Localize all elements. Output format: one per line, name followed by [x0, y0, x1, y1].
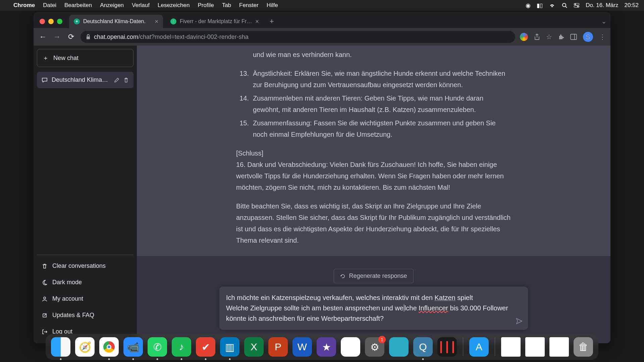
dock-separator — [495, 338, 495, 356]
menu-tab[interactable]: Tab — [222, 2, 231, 9]
dock-trash[interactable]: 🗑 — [574, 337, 593, 357]
svg-rect-6 — [87, 37, 90, 39]
menu-bearbeiten[interactable]: Bearbeiten — [64, 2, 92, 9]
tab-close-icon[interactable]: × — [155, 18, 158, 25]
dock-file-2[interactable] — [525, 337, 545, 357]
regenerate-button[interactable]: Regenerate response — [334, 269, 413, 283]
svg-point-4 — [575, 4, 576, 5]
spotlight-icon[interactable] — [561, 2, 568, 8]
menu-lesezeichen[interactable]: Lesezeichen — [158, 2, 190, 9]
share-icon[interactable] — [534, 34, 540, 40]
send-button[interactable] — [516, 318, 523, 324]
url-host: chat.openai.com — [94, 34, 138, 40]
back-button[interactable]: ← — [38, 33, 48, 41]
new-chat-label: New chat — [53, 55, 78, 62]
chrome-menu-icon[interactable]: ⋮ — [599, 33, 606, 41]
screen-record-icon[interactable]: ◉ — [526, 2, 531, 9]
menu-verlauf[interactable]: Verlauf — [132, 2, 150, 9]
wifi-icon[interactable] — [549, 3, 555, 8]
new-tab-button[interactable]: + — [266, 17, 277, 26]
dock-chrome[interactable] — [99, 337, 119, 357]
menu-datei[interactable]: Datei — [43, 2, 56, 9]
fiverr-favicon-icon: f — [170, 18, 176, 24]
prompt-input[interactable]: Ich möchte ein Katzenspielzeug verkaufen… — [219, 287, 528, 330]
dock-app-cyan[interactable] — [389, 337, 409, 357]
url-path: /chat?model=text-davinci-002-render-sha — [138, 34, 249, 40]
dock-spotify[interactable]: ♪ — [172, 337, 191, 357]
profile-avatar[interactable]: S — [583, 32, 593, 42]
menubar-time[interactable]: 20:52 — [624, 2, 639, 9]
menu-anzeigen[interactable]: Anzeigen — [100, 2, 124, 9]
dock-todoist[interactable]: ✔ — [196, 337, 215, 357]
dock-zoom[interactable]: 📹 — [123, 337, 143, 357]
tabs-dropdown-icon[interactable]: ⌄ — [601, 18, 606, 25]
sidepanel-icon[interactable] — [570, 34, 577, 40]
dock-voice-memos[interactable]: ┃┃┃ — [437, 337, 457, 357]
dock-file-3[interactable] — [549, 337, 569, 357]
svg-point-5 — [577, 6, 579, 7]
dock-settings[interactable]: ⚙1 — [365, 337, 384, 357]
person-icon — [42, 296, 48, 302]
my-account-button[interactable]: My account — [37, 291, 133, 307]
logout-icon — [42, 329, 48, 335]
dark-mode-button[interactable]: Dark mode — [37, 274, 133, 291]
text-caret — [404, 304, 404, 312]
new-chat-button[interactable]: ＋ New chat — [37, 49, 133, 67]
menubar-app-name[interactable]: Chrome — [13, 2, 35, 9]
dock-safari[interactable]: 🧭 — [75, 337, 95, 357]
translate-icon[interactable] — [520, 33, 528, 41]
battery-icon[interactable]: ▮▯ — [537, 2, 543, 9]
closing-paragraph: 16. Dank und Verabschiedung: Vielen Dank… — [236, 159, 511, 193]
note-paragraph: Bitte beachten Sie, dass es wichtig ist,… — [236, 200, 511, 246]
trash-icon[interactable] — [123, 77, 129, 83]
dock-imovie[interactable]: ★ — [317, 337, 336, 357]
address-bar[interactable]: chat.openai.com/chat?model=text-davinci-… — [80, 31, 515, 43]
control-center-icon[interactable] — [574, 3, 580, 8]
moon-icon — [42, 280, 48, 286]
window-minimize-button[interactable] — [48, 19, 54, 24]
updates-faq-button[interactable]: Updates & FAQ — [37, 307, 133, 323]
toolbar: ← → ⟳ chat.openai.com/chat?model=text-da… — [34, 28, 610, 46]
tab-inactive-title: Fiverr - der Marktplatz für Fr… — [180, 18, 252, 24]
extensions-icon[interactable] — [558, 34, 564, 40]
reload-button[interactable]: ⟳ — [66, 33, 76, 41]
menu-fenster[interactable]: Fenster — [239, 2, 259, 9]
tab-close-icon[interactable]: × — [255, 18, 259, 25]
bookmark-icon[interactable]: ☆ — [546, 33, 552, 41]
dock-drive[interactable]: ▲ — [341, 337, 360, 357]
dock-file-1[interactable] — [501, 337, 521, 357]
dock-finder[interactable] — [51, 337, 70, 357]
dock-whatsapp[interactable]: ✆ — [148, 337, 167, 357]
menu-hilfe[interactable]: Hilfe — [267, 2, 278, 9]
dock-powerpoint[interactable]: P — [268, 337, 288, 357]
assistant-message: und wie man es verhindern kann. 13.Ängst… — [137, 46, 610, 256]
conversation-item[interactable]: Deutschland Klima-Da — [37, 72, 133, 88]
list-item: 14.Zusammenleben mit anderen Tieren: Geb… — [236, 93, 511, 115]
lock-icon — [86, 34, 91, 40]
openai-favicon-icon: ✦ — [74, 18, 80, 24]
edit-icon[interactable] — [114, 77, 119, 83]
refresh-icon — [340, 274, 345, 279]
window-maximize-button[interactable] — [57, 19, 62, 24]
list-item: 15.Zusammenfassung: Fassen Sie die wicht… — [236, 117, 511, 140]
trash-icon — [42, 263, 48, 269]
dock-trello[interactable]: ▥ — [220, 337, 239, 357]
tab-active[interactable]: ✦ Deutschland Klima-Daten. × — [69, 15, 163, 28]
menubar-date[interactable]: Do. 16. März — [586, 2, 618, 9]
forward-button[interactable]: → — [52, 33, 62, 41]
chat-icon — [42, 77, 48, 83]
menu-profile[interactable]: Profile — [198, 2, 214, 9]
tab-inactive[interactable]: f Fiverr - der Marktplatz für Fr… × — [166, 15, 264, 28]
section-heading: [Schluss] — [236, 147, 511, 159]
svg-point-0 — [562, 3, 566, 7]
clear-conversations-button[interactable]: Clear conversations — [37, 258, 133, 274]
dock-appstore[interactable]: A — [469, 337, 489, 357]
window-close-button[interactable] — [40, 19, 45, 24]
dock-quicktime[interactable]: Q — [413, 337, 433, 357]
dock-excel[interactable]: X — [244, 337, 264, 357]
sidebar-footer: Clear conversations Dark mode My account… — [37, 255, 133, 340]
conversation-scroll[interactable]: und wie man es verhindern kann. 13.Ängst… — [137, 46, 610, 261]
tab-strip: ✦ Deutschland Klima-Daten. × f Fiverr - … — [34, 12, 610, 28]
macos-menubar: Chrome Datei Bearbeiten Anzeigen Verlauf… — [0, 0, 644, 11]
dock-word[interactable]: W — [292, 337, 312, 357]
